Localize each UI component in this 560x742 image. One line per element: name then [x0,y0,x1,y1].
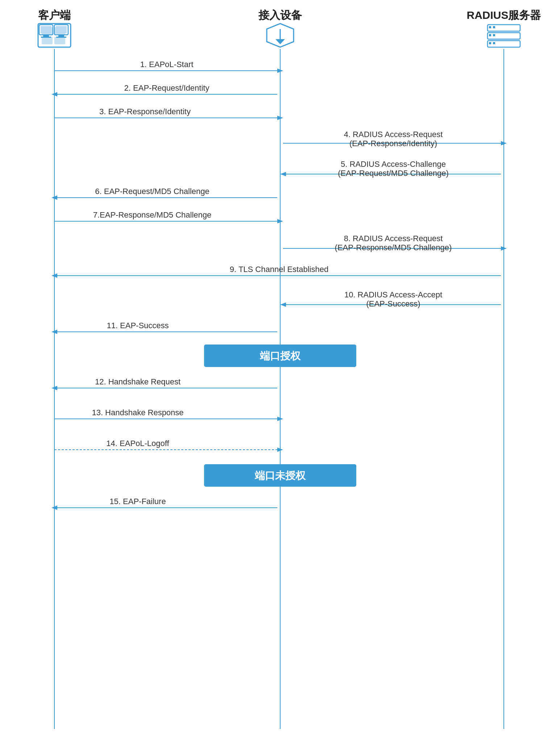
svg-marker-15 [275,39,285,44]
svg-text:端口未授权: 端口未授权 [254,470,306,481]
svg-text:4. RADIUS Access-Request: 4. RADIUS Access-Request [344,130,443,139]
svg-rect-21 [493,34,495,36]
svg-rect-5 [39,25,53,35]
svg-text:13. Handshake Response: 13. Handshake Response [92,408,183,417]
svg-text:(EAP-Response/Identity): (EAP-Response/Identity) [349,139,437,148]
svg-rect-9 [54,25,68,35]
sequence-diagram: 客户端 接入设备 RADIUS服务器 [0,0,560,742]
svg-marker-32 [51,92,57,96]
svg-rect-1 [42,27,53,35]
svg-rect-8 [41,37,51,38]
svg-rect-20 [489,34,491,36]
svg-marker-71 [277,417,283,421]
svg-text:7.EAP-Response/MD5 Challenge: 7.EAP-Response/MD5 Challenge [93,210,212,219]
actor-label-device: 接入设备 [258,9,302,21]
svg-marker-38 [501,141,507,145]
svg-rect-7 [43,35,49,37]
svg-marker-63 [51,330,57,334]
actor-label-radius: RADIUS服务器 [466,9,541,21]
svg-rect-22 [488,41,520,47]
svg-text:(EAP-Request/MD5 Challenge): (EAP-Request/MD5 Challenge) [338,169,449,178]
svg-marker-59 [280,302,286,307]
svg-rect-76 [204,464,356,487]
svg-marker-35 [277,116,283,120]
svg-rect-12 [56,37,66,38]
svg-rect-16 [488,25,520,31]
svg-marker-13 [267,24,294,47]
svg-marker-29 [277,69,283,73]
svg-text:14. EAPoL-Logoff: 14. EAPoL-Logoff [106,439,169,448]
svg-text:15. EAP-Failure: 15. EAP-Failure [109,497,166,506]
svg-text:12. Handshake Request: 12. Handshake Request [95,377,181,386]
svg-marker-46 [51,195,57,200]
svg-rect-3 [42,37,53,44]
svg-marker-56 [51,273,57,278]
svg-rect-2 [54,27,65,35]
svg-rect-17 [489,26,491,28]
svg-marker-74 [277,448,283,452]
svg-text:11. EAP-Success: 11. EAP-Success [107,321,169,330]
svg-text:2. EAP-Request/Identity: 2. EAP-Request/Identity [124,83,210,92]
svg-rect-19 [488,33,520,39]
svg-rect-24 [493,42,495,44]
svg-text:(EAP-Success): (EAP-Success) [366,299,420,308]
svg-text:(EAP-Response/MD5 Challenge): (EAP-Response/MD5 Challenge) [335,243,452,252]
svg-text:端口授权: 端口授权 [260,350,301,362]
svg-rect-65 [204,345,356,367]
svg-text:6. EAP-Request/MD5 Challenge: 6. EAP-Request/MD5 Challenge [95,187,210,196]
svg-rect-11 [58,35,64,37]
svg-rect-18 [493,26,495,28]
svg-marker-52 [501,246,507,251]
svg-rect-23 [489,42,491,44]
svg-marker-49 [277,219,283,223]
svg-text:3. EAP-Response/Identity: 3. EAP-Response/Identity [99,107,191,116]
svg-text:10. RADIUS Access-Accept: 10. RADIUS Access-Accept [344,290,442,299]
svg-text:8. RADIUS Access-Request: 8. RADIUS Access-Request [344,234,443,243]
svg-rect-0 [38,24,71,47]
svg-text:1. EAPoL-Start: 1. EAPoL-Start [140,60,194,69]
svg-rect-4 [54,37,65,44]
svg-rect-10 [56,26,67,33]
svg-text:9. TLS Channel Established: 9. TLS Channel Established [230,265,328,274]
svg-marker-42 [280,172,286,176]
actor-label-client: 客户端 [38,9,71,21]
svg-marker-79 [51,506,57,510]
svg-marker-68 [51,386,57,390]
svg-text:5. RADIUS Access-Challenge: 5. RADIUS Access-Challenge [341,160,446,169]
svg-rect-6 [41,26,51,33]
